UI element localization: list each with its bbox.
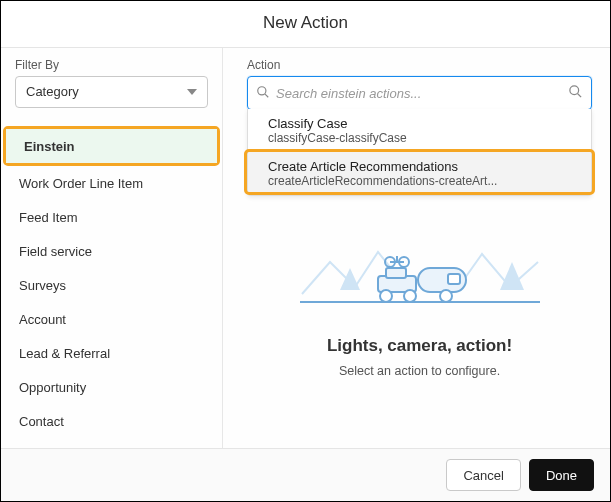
empty-state-title: Lights, camera, action! (247, 336, 592, 356)
action-search-wrap[interactable] (247, 76, 592, 110)
svg-point-0 (258, 86, 266, 94)
chevron-down-icon (187, 89, 197, 95)
category-list: Einstein Work Order Line Item Feed Item … (1, 126, 222, 448)
modal-body: Filter By Category Einstein Work Order L… (1, 48, 610, 448)
action-label: Action (247, 58, 592, 72)
right-pane: Action Classify Case classifyCase-classi… (223, 48, 610, 448)
category-item-einstein[interactable]: Einstein (6, 129, 217, 163)
modal-footer: Cancel Done (1, 448, 610, 501)
action-dropdown: Classify Case classifyCase-classifyCase … (247, 109, 592, 196)
left-pane: Filter By Category Einstein Work Order L… (1, 48, 223, 448)
dropdown-item-create-article-recommendations[interactable]: Create Article Recommendations createArt… (248, 152, 591, 195)
svg-marker-5 (340, 268, 360, 290)
category-highlight: Einstein (3, 126, 220, 166)
svg-point-12 (404, 290, 416, 302)
category-item-surveys[interactable]: Surveys (1, 268, 222, 302)
illustration-area: Lights, camera, action! Select an action… (247, 196, 592, 378)
search-icon (568, 84, 583, 102)
svg-point-2 (570, 86, 579, 95)
filter-by-label: Filter By (1, 58, 222, 76)
svg-rect-7 (448, 274, 460, 284)
svg-line-3 (578, 94, 581, 97)
svg-point-8 (440, 290, 452, 302)
category-item-feed-item[interactable]: Feed Item (1, 200, 222, 234)
category-item-opportunity[interactable]: Opportunity (1, 370, 222, 404)
category-item-account[interactable]: Account (1, 302, 222, 336)
category-item-asset[interactable]: Asset (1, 438, 222, 448)
filter-selected-value: Category (26, 77, 79, 107)
category-item-work-order-line-item[interactable]: Work Order Line Item (1, 166, 222, 200)
dropdown-item-classify-case[interactable]: Classify Case classifyCase-classifyCase (248, 109, 591, 152)
empty-state-subtitle: Select an action to configure. (247, 364, 592, 378)
illustration-icon (300, 232, 540, 320)
action-search-input[interactable] (276, 86, 568, 101)
done-button[interactable]: Done (529, 459, 594, 491)
search-icon (256, 85, 270, 102)
category-item-field-service[interactable]: Field service (1, 234, 222, 268)
modal-title: New Action (1, 1, 610, 48)
svg-line-1 (265, 94, 268, 97)
svg-point-11 (380, 290, 392, 302)
cancel-button[interactable]: Cancel (446, 459, 520, 491)
category-item-contact[interactable]: Contact (1, 404, 222, 438)
svg-marker-4 (500, 262, 524, 290)
filter-category-select[interactable]: Category (15, 76, 208, 108)
category-item-lead-referral[interactable]: Lead & Referral (1, 336, 222, 370)
svg-rect-10 (386, 268, 406, 278)
new-action-modal: New Action Filter By Category Einstein W… (0, 0, 611, 502)
